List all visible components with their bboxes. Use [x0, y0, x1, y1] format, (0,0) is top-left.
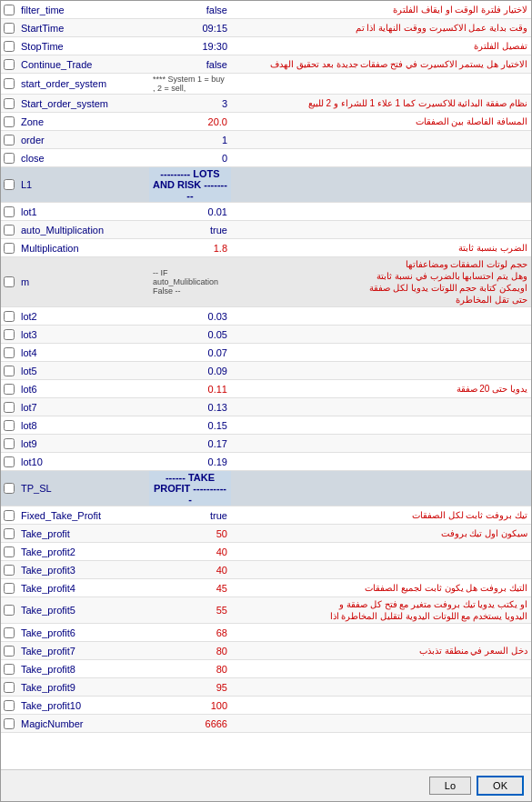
- param-value[interactable]: 3: [149, 97, 231, 110]
- start-order-system2-check[interactable]: [4, 98, 15, 109]
- lot4-check[interactable]: [4, 347, 15, 358]
- lot10-check[interactable]: [4, 456, 15, 467]
- lot6-check[interactable]: [4, 384, 15, 395]
- param-value[interactable]: 50: [149, 527, 231, 540]
- param-value[interactable]: 40: [149, 564, 231, 576]
- tp-sl-check[interactable]: [4, 483, 15, 494]
- param-comment: [231, 632, 531, 634]
- take-profit5-check[interactable]: [4, 605, 15, 616]
- param-value[interactable]: 09:15: [149, 22, 231, 35]
- zone-check[interactable]: [4, 116, 15, 127]
- lot9-check[interactable]: [4, 438, 15, 449]
- table-row: order 1: [1, 131, 531, 149]
- param-value[interactable]: 0.17: [149, 437, 231, 450]
- l1-check[interactable]: [4, 179, 15, 190]
- param-value[interactable]: -- IF auto_Muliblication False --: [149, 267, 231, 296]
- take-profit-check[interactable]: [4, 528, 15, 539]
- tp-header-row: TP_SL ------ TAKE PROFIT -----------: [1, 471, 531, 506]
- param-comment: [231, 687, 531, 688]
- param-value[interactable]: 20.0: [149, 115, 231, 128]
- param-name: lot3: [17, 328, 149, 341]
- take-profit9-check[interactable]: [4, 682, 15, 693]
- filter-time-check[interactable]: [4, 5, 15, 15]
- table-row: StartTime 09:15 وقت بداية عمل الاكسيرت و…: [1, 19, 531, 37]
- table-row: Take_profit7 80 دخل السعر في منطقة تذبذب: [1, 642, 531, 660]
- m-check[interactable]: [4, 276, 15, 287]
- param-comment: تيك بروفت ثابت لكل الصفقات: [231, 508, 531, 522]
- lots-header-row: L1 --------- LOTS AND RISK ---------: [1, 167, 531, 203]
- param-value[interactable]: 0.19: [149, 456, 231, 468]
- param-value[interactable]: **** System 1 = buy , 2 = sell,: [149, 74, 231, 94]
- param-name: start_order_system: [17, 77, 149, 90]
- param-comment: [231, 705, 531, 707]
- lot5-check[interactable]: [4, 366, 15, 376]
- close-check[interactable]: [4, 153, 15, 164]
- table-row: start_order_system **** System 1 = buy ,…: [1, 74, 531, 95]
- continue-trade-check[interactable]: [4, 59, 15, 70]
- param-value[interactable]: 0.07: [149, 346, 231, 359]
- param-value[interactable]: 19:30: [149, 40, 231, 53]
- param-name: Start_order_system: [17, 97, 149, 110]
- param-value[interactable]: 0.03: [149, 310, 231, 323]
- auto-mult-check[interactable]: [4, 225, 15, 236]
- param-value[interactable]: true: [149, 224, 231, 236]
- param-value[interactable]: 55: [149, 604, 231, 617]
- param-value[interactable]: 80: [149, 663, 231, 676]
- table-row: lot5 0.09: [1, 362, 531, 380]
- param-value[interactable]: 0.15: [149, 419, 231, 432]
- take-profit4-check[interactable]: [4, 583, 15, 594]
- lots-section-header: --------- LOTS AND RISK ---------: [149, 167, 231, 202]
- tp-section-header: ------ TAKE PROFIT -----------: [149, 471, 231, 506]
- take-profit2-check[interactable]: [4, 546, 15, 557]
- param-value[interactable]: false: [149, 58, 231, 71]
- param-value[interactable]: 68: [149, 627, 231, 639]
- lot2-check[interactable]: [4, 311, 15, 322]
- take-profit6-check[interactable]: [4, 627, 15, 638]
- multiplication-check[interactable]: [4, 243, 15, 254]
- param-name: lot10: [17, 456, 149, 468]
- param-value[interactable]: 0: [149, 152, 231, 165]
- param-name: Take_profit6: [17, 627, 149, 639]
- take-profit7-check[interactable]: [4, 646, 15, 657]
- lot1-check[interactable]: [4, 206, 15, 217]
- param-value[interactable]: 0.09: [149, 365, 231, 377]
- param-comment: المسافة الفاصلة بين الصفقات: [231, 115, 531, 128]
- param-value[interactable]: 1.8: [149, 242, 231, 255]
- param-value[interactable]: 95: [149, 681, 231, 694]
- param-name: MagicNumber: [17, 717, 149, 730]
- stoptime-check[interactable]: [4, 41, 15, 52]
- take-profit10-check[interactable]: [4, 700, 15, 711]
- param-value[interactable]: 0.01: [149, 206, 231, 218]
- take-profit3-check[interactable]: [4, 565, 15, 576]
- param-value[interactable]: 0.11: [149, 383, 231, 396]
- param-value[interactable]: 40: [149, 546, 231, 558]
- param-comment: [231, 551, 531, 553]
- lo-button[interactable]: Lo: [429, 777, 471, 795]
- start-order-system-check[interactable]: [4, 78, 15, 89]
- table-row: lot3 0.05: [1, 326, 531, 344]
- param-value[interactable]: 0.05: [149, 328, 231, 341]
- param-name: Zone: [17, 115, 149, 128]
- param-value[interactable]: 100: [149, 699, 231, 712]
- lot3-check[interactable]: [4, 329, 15, 340]
- param-comment: الاختيار هل يستمر الاكسيرت في فتح صفقات …: [231, 57, 531, 71]
- magic-number-check[interactable]: [4, 718, 15, 729]
- param-comment: التيك بروفت هل يكون ثابت لجميع الصفقات: [231, 581, 531, 595]
- starttime-check[interactable]: [4, 23, 15, 34]
- lot8-check[interactable]: [4, 420, 15, 431]
- param-value[interactable]: true: [149, 509, 231, 522]
- ok-button[interactable]: OK: [477, 776, 524, 796]
- param-value[interactable]: 45: [149, 582, 231, 595]
- take-profit8-check[interactable]: [4, 664, 15, 675]
- lot7-check[interactable]: [4, 402, 15, 413]
- param-value[interactable]: 6666: [149, 717, 231, 730]
- order-check[interactable]: [4, 135, 15, 145]
- param-value[interactable]: 0.13: [149, 401, 231, 414]
- param-value[interactable]: 80: [149, 645, 231, 657]
- table-row: Take_profit6 68: [1, 624, 531, 642]
- param-value[interactable]: 1: [149, 134, 231, 146]
- param-value[interactable]: false: [149, 4, 231, 16]
- table-row: lot2 0.03: [1, 307, 531, 326]
- table-row: Take_profit3 40: [1, 561, 531, 579]
- fixed-tp-check[interactable]: [4, 510, 15, 521]
